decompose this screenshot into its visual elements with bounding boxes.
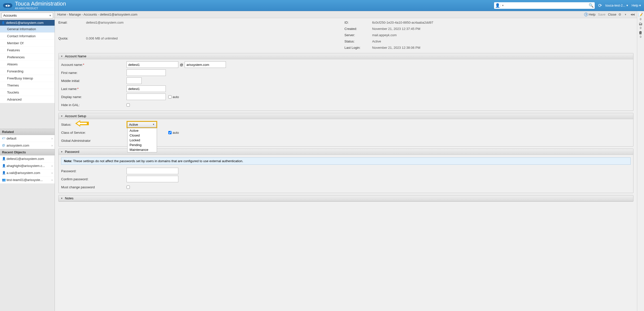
status-option-maintenance[interactable]: Maintenance (128, 147, 157, 152)
right-rail: 📝 0 🗂 0 🗑 0 (637, 11, 644, 311)
help-icon: ? (584, 13, 588, 16)
close-button[interactable]: Close (608, 13, 616, 16)
nav-member-of[interactable]: Member Of (0, 40, 55, 47)
brand-title: Touca Administration (15, 1, 66, 7)
status-label: Status: (344, 39, 372, 43)
person-icon: 👤 (2, 157, 7, 160)
related-item-default[interactable]: 🏷 default › (0, 135, 55, 142)
recent-header: Recent Objects (0, 149, 55, 155)
id-value: 6c0cf250-1e20-4a10-8850-ac4aaba2dd97 (372, 21, 620, 24)
nav-themes[interactable]: Themes (0, 82, 55, 89)
nav-features[interactable]: Features (0, 47, 55, 54)
panel-notes-header[interactable]: ▼Notes (59, 195, 633, 201)
server-value: mail.appeyk.com (372, 33, 620, 37)
chevron-right-icon: › (52, 164, 53, 168)
help-link[interactable]: Help ▾ (632, 4, 641, 7)
recent-item[interactable]: 👥 test-team01@arissyste... › (0, 176, 55, 184)
rail-edit-icon[interactable]: 📝 (638, 13, 643, 17)
must-change-label: Must change password (61, 185, 127, 189)
status-option-closed[interactable]: Closed (128, 133, 157, 138)
rail-count: 0 (640, 35, 641, 38)
search-input[interactable] (504, 4, 589, 7)
save-button[interactable]: Save (598, 13, 606, 16)
search-box[interactable]: 👤 ▼ 🔍 (494, 2, 595, 9)
created-value: November 21, 2023 12:37:45 PM (372, 27, 620, 31)
middle-initial-label: Middle initial: (61, 79, 127, 83)
help-button[interactable]: ?Help (584, 13, 595, 16)
status-value: Active (372, 39, 620, 43)
recent-item[interactable]: 👤 deltest1@arissystem.com (0, 155, 55, 162)
rail-count: 0 (640, 18, 641, 21)
nav-forwarding[interactable]: Forwarding (0, 68, 55, 75)
nav-touclets[interactable]: Touclets (0, 89, 55, 96)
confirm-password-input[interactable] (127, 176, 178, 182)
refresh-icon[interactable]: ⟳ (598, 3, 602, 8)
search-type-dropdown[interactable]: ▼ (501, 4, 504, 7)
email-value: deltest1@arissystem.com (86, 21, 334, 34)
nav-advanced[interactable]: Advanced (0, 96, 55, 103)
id-label: ID: (344, 21, 372, 24)
status-option-locked[interactable]: Locked (128, 138, 157, 143)
panel-account-setup-header[interactable]: ▼Account Setup (59, 113, 633, 119)
domain-input[interactable] (185, 61, 226, 68)
created-label: Created: (344, 27, 372, 31)
nav-list: General Information Contact Information … (0, 26, 55, 103)
status-highlight-box: Active ▼ Active Closed Locked Pending Ma… (127, 121, 157, 128)
rail-stack-icon[interactable]: 🗂 (639, 22, 642, 26)
person-icon: 👤 (2, 171, 7, 174)
status-option-active[interactable]: Active (128, 128, 157, 133)
collapse-icon[interactable]: ◀◀ (630, 13, 634, 16)
triangle-down-icon: ▼ (61, 55, 63, 58)
status-option-pending[interactable]: Pending (128, 143, 157, 147)
recent-item[interactable]: 👤 a.vali@arissystem.com › (0, 169, 55, 176)
display-name-input[interactable] (127, 94, 166, 100)
rail-trash-icon[interactable]: 🗑 (639, 30, 642, 35)
recent-item[interactable]: 👤 ahaghighi@arissystem.c... › (0, 162, 55, 169)
chevron-right-icon: › (52, 137, 53, 140)
quota-label: Quota: (58, 36, 86, 50)
related-header: Related (0, 129, 55, 135)
display-name-label: Display name: (61, 95, 127, 99)
chevron-right-icon: › (52, 171, 53, 175)
nav-preferences[interactable]: Preferences (0, 54, 55, 61)
password-label: Password: (61, 169, 127, 173)
related-item-domain[interactable]: @ arissystem.com › (0, 142, 55, 149)
first-name-input[interactable] (127, 69, 166, 76)
middle-initial-input[interactable] (127, 77, 142, 84)
display-name-auto-checkbox[interactable] (168, 95, 172, 99)
panel-account-name-header[interactable]: ▼Account Name (59, 53, 633, 59)
password-input[interactable] (127, 168, 178, 174)
nav-general-information[interactable]: General Information (0, 26, 55, 33)
dropdown-icon[interactable]: ▼ (624, 13, 628, 16)
hide-gal-checkbox[interactable] (127, 103, 130, 107)
last-name-label: Last name:* (61, 87, 127, 91)
must-change-checkbox[interactable] (127, 186, 130, 189)
cos-auto-checkbox[interactable] (168, 131, 172, 134)
app-header: ◀ ▶ Touca Administration AN ARIS PRODUCT… (0, 0, 644, 11)
gear-icon[interactable]: ⚙ (618, 13, 622, 16)
panel-notes: ▼Notes (58, 195, 633, 202)
tree-select[interactable]: Accounts ▼ (2, 13, 53, 18)
status-select[interactable]: Active ▼ Active Closed Locked Pending Ma… (127, 122, 156, 127)
brand: Touca Administration AN ARIS PRODUCT (15, 1, 66, 10)
nav-free-busy-interop[interactable]: Free/Busy Interop (0, 75, 55, 82)
panel-password: ▼Password Note: These settings do not af… (58, 149, 633, 193)
nav-aliases[interactable]: Aliases (0, 61, 55, 68)
nav-arrows[interactable]: ◀ ▶ (3, 3, 12, 8)
chevron-down-icon: ▼ (49, 14, 51, 17)
email-label: Email: (58, 21, 86, 34)
lastlogin-label: Last Login: (344, 46, 372, 50)
last-name-input[interactable] (127, 85, 166, 92)
content-body: Email: deltest1@arissystem.com Quota: 0.… (55, 18, 637, 311)
chevron-right-icon: › (52, 178, 53, 182)
user-dropdown[interactable]: touca-test-2... ▾ (606, 4, 628, 7)
status-dropdown-menu: Active Closed Locked Pending Maintenance (127, 128, 157, 152)
breadcrumb: Home - Manage - Accounts - deltest1@aris… (57, 13, 582, 16)
account-name-input[interactable] (127, 61, 178, 68)
search-icon[interactable]: 🔍 (589, 3, 594, 8)
status-field-label: Status: (61, 123, 127, 126)
triangle-down-icon: ▼ (61, 151, 63, 153)
nav-contact-information[interactable]: Contact Information (0, 33, 55, 40)
first-name-label: First name: (61, 71, 127, 75)
tree-account-item[interactable]: deltest1@arissystem.com (0, 20, 55, 26)
